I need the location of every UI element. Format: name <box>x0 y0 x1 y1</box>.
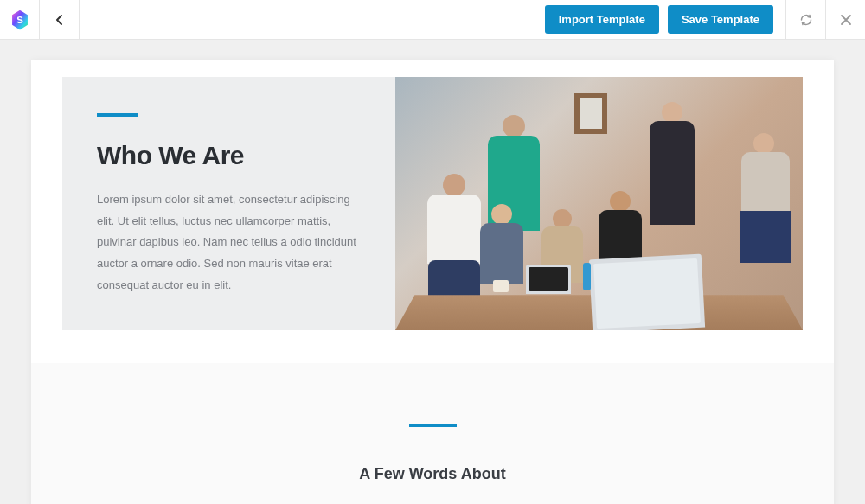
bottle-icon <box>583 263 591 290</box>
import-template-button[interactable]: Import Template <box>545 5 659 34</box>
laptop-icon <box>526 265 571 294</box>
section-about[interactable]: A Few Words About <box>31 363 834 504</box>
template-canvas[interactable]: Who We Are Lorem ipsum dolor sit amet, c… <box>31 60 834 504</box>
close-icon <box>840 14 852 26</box>
wall-frame-icon <box>574 93 607 134</box>
section-who-we-are[interactable]: Who We Are Lorem ipsum dolor sit amet, c… <box>31 60 834 363</box>
laptop-icon <box>589 254 705 330</box>
save-template-button[interactable]: Save Template <box>668 5 773 34</box>
cup-icon <box>493 280 509 292</box>
svg-text:S: S <box>16 15 23 25</box>
top-toolbar: S Import Template Save Template <box>0 0 865 40</box>
hero-text-column: Who We Are Lorem ipsum dolor sit amet, c… <box>62 77 395 330</box>
chevron-left-icon <box>53 13 67 27</box>
refresh-button[interactable] <box>785 0 825 39</box>
logo-cell: S <box>0 0 40 39</box>
accent-bar <box>97 113 138 117</box>
refresh-icon <box>799 13 813 27</box>
canvas-viewport[interactable]: Who We Are Lorem ipsum dolor sit amet, c… <box>0 40 865 504</box>
accent-bar <box>409 424 457 427</box>
close-button[interactable] <box>825 0 865 39</box>
hero-image <box>395 77 803 330</box>
app-logo-icon: S <box>9 9 31 31</box>
back-button[interactable] <box>40 0 80 39</box>
hero-row: Who We Are Lorem ipsum dolor sit amet, c… <box>62 77 803 330</box>
hero-title: Who We Are <box>97 141 361 170</box>
about-subtitle: A Few Words About <box>62 465 803 483</box>
hero-body: Lorem ipsum dolor sit amet, consectetur … <box>97 189 361 296</box>
